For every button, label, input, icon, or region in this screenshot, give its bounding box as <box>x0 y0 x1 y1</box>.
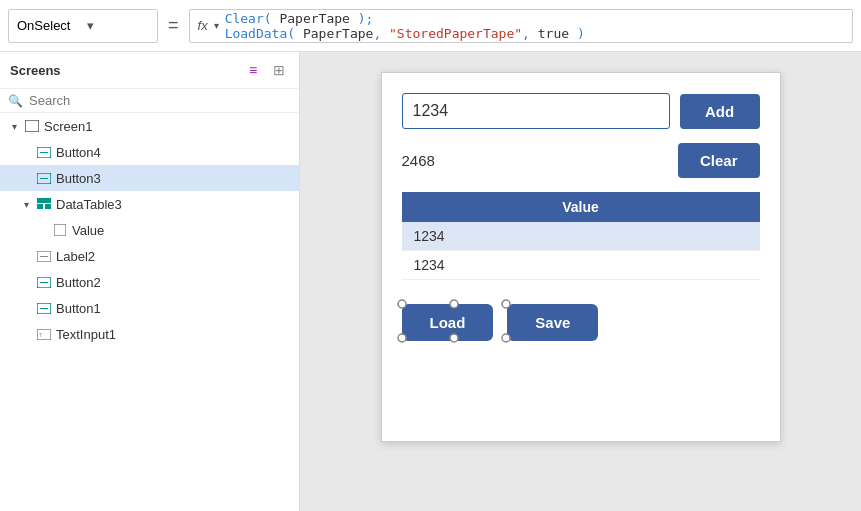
tree: ▾ Screen1 Button4 Button3 <box>0 113 299 511</box>
table-header: Value <box>402 192 760 222</box>
svg-rect-6 <box>37 204 43 209</box>
tree-label-label2: Label2 <box>56 249 95 264</box>
chevron-icon: ▾ <box>20 199 32 210</box>
list-view-icon[interactable]: ≡ <box>243 60 263 80</box>
textinput-icon: T <box>36 326 52 342</box>
dropdown-label: OnSelect <box>17 18 79 33</box>
label-value: 2468 <box>402 152 668 169</box>
tree-label-datatable3: DataTable3 <box>56 197 122 212</box>
tree-item-label2[interactable]: Label2 <box>0 243 299 269</box>
formula-bar[interactable]: fx ▾ Clear( PaperTape ); LoadData( Paper… <box>189 9 853 43</box>
tree-label-screen1: Screen1 <box>44 119 92 134</box>
svg-rect-5 <box>37 198 51 203</box>
tree-item-button1[interactable]: Button1 <box>0 295 299 321</box>
app-preview: Add 2468 Clear Value 1234 <box>381 72 781 442</box>
save-button[interactable]: Save <box>507 304 598 341</box>
grid-view-icon[interactable]: ⊞ <box>269 60 289 80</box>
add-button[interactable]: Add <box>680 94 760 129</box>
svg-rect-8 <box>54 224 66 236</box>
load-button[interactable]: Load <box>402 304 494 341</box>
fx-label: fx <box>198 18 208 33</box>
label-row: 2468 Clear <box>402 143 760 178</box>
event-dropdown[interactable]: OnSelect ▾ <box>8 9 158 43</box>
search-icon: 🔍 <box>8 94 23 108</box>
label-icon <box>36 248 52 264</box>
sidebar-header: Screens ≡ ⊞ <box>0 52 299 89</box>
clear-button[interactable]: Clear <box>678 143 760 178</box>
main-layout: Screens ≡ ⊞ 🔍 ▾ Screen1 <box>0 52 861 511</box>
sidebar: Screens ≡ ⊞ 🔍 ▾ Screen1 <box>0 52 300 511</box>
tree-item-screen1[interactable]: ▾ Screen1 <box>0 113 299 139</box>
table-row: 1234 <box>402 222 760 251</box>
data-table: Value 1234 1234 <box>402 192 760 280</box>
svg-rect-0 <box>25 120 39 132</box>
equals-sign: = <box>164 15 183 36</box>
load-button-container: Load <box>402 304 494 341</box>
tree-label-button2: Button2 <box>56 275 101 290</box>
tree-label-button4: Button4 <box>56 145 101 160</box>
dropdown-arrow-icon: ▾ <box>87 18 149 33</box>
screen-icon <box>24 118 40 134</box>
table-row: 1234 <box>402 251 760 280</box>
button-icon <box>36 300 52 316</box>
tree-label-value: Value <box>72 223 104 238</box>
svg-text:T: T <box>39 332 43 338</box>
table-cell: 1234 <box>402 251 760 280</box>
checkbox-icon <box>52 222 68 238</box>
tree-item-button4[interactable]: Button4 <box>0 139 299 165</box>
tree-item-button3[interactable]: Button3 <box>0 165 299 191</box>
svg-rect-7 <box>45 204 51 209</box>
button-icon <box>36 274 52 290</box>
tree-item-value[interactable]: Value <box>0 217 299 243</box>
search-box: 🔍 <box>0 89 299 113</box>
tree-item-datatable3[interactable]: ▾ DataTable3 <box>0 191 299 217</box>
table-icon <box>36 196 52 212</box>
search-input[interactable] <box>29 93 291 108</box>
tree-item-textinput1[interactable]: T TextInput1 <box>0 321 299 347</box>
tree-item-button2[interactable]: Button2 <box>0 269 299 295</box>
tree-label-button1: Button1 <box>56 301 101 316</box>
bottom-row: Load Save <box>402 304 760 341</box>
fx-arrow-icon: ▾ <box>214 20 219 31</box>
tree-label-textinput1: TextInput1 <box>56 327 116 342</box>
formula-text: Clear( PaperTape ); LoadData( PaperTape,… <box>225 11 585 41</box>
text-input[interactable] <box>402 93 670 129</box>
table-cell: 1234 <box>402 222 760 251</box>
sidebar-title: Screens <box>10 63 61 78</box>
input-row: Add <box>402 93 760 129</box>
chevron-icon: ▾ <box>8 121 20 132</box>
toolbar: OnSelect ▾ = fx ▾ Clear( PaperTape ); Lo… <box>0 0 861 52</box>
button-icon <box>36 144 52 160</box>
tree-label-button3: Button3 <box>56 171 101 186</box>
sidebar-icons: ≡ ⊞ <box>243 60 289 80</box>
canvas-area: Add 2468 Clear Value 1234 <box>300 52 861 511</box>
button-icon <box>36 170 52 186</box>
